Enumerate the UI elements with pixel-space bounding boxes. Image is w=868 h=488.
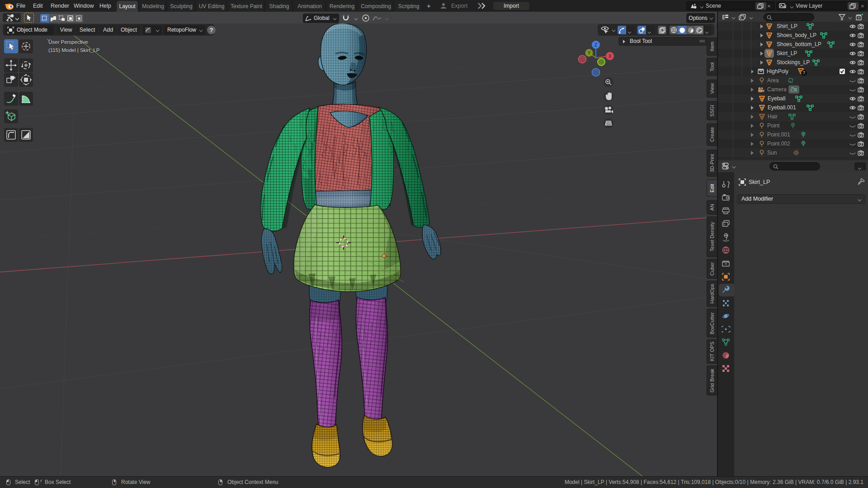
- svg-text:X: X: [609, 54, 612, 59]
- svg-text:Z: Z: [594, 42, 597, 47]
- svg-text:Y: Y: [588, 51, 591, 56]
